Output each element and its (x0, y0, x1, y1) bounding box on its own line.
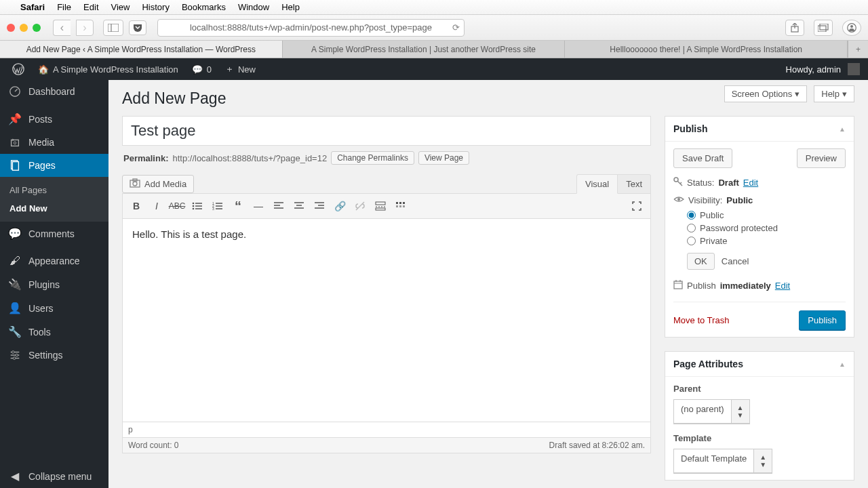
add-media-button[interactable]: Add Media (122, 175, 194, 193)
new-tab-button[interactable]: + (848, 41, 868, 58)
visibility-private-option[interactable]: Private (687, 235, 846, 247)
parent-label: Parent (673, 384, 846, 394)
share-button[interactable] (785, 20, 804, 36)
post-title-input[interactable] (122, 116, 651, 146)
align-right-button[interactable] (310, 197, 329, 216)
view-page-button[interactable]: View Page (418, 151, 469, 165)
menu-file[interactable]: File (57, 2, 71, 12)
numbered-list-button[interactable]: 123 (208, 197, 227, 216)
move-to-trash-link[interactable]: Move to Trash (673, 315, 729, 325)
svg-rect-52 (396, 205, 398, 207)
sidebar-toggle-button[interactable] (103, 20, 123, 36)
page-attributes-metabox: Page Attributes ▲ Parent (no parent) ▲▼ … (665, 351, 854, 481)
template-select[interactable]: Default Template ▲▼ (673, 449, 772, 473)
svg-line-10 (15, 89, 18, 92)
unlink-button[interactable] (351, 197, 370, 216)
menu-bookmarks[interactable]: Bookmarks (182, 2, 226, 12)
sidebar-item-media[interactable]: Media (0, 131, 108, 154)
save-draft-button[interactable]: Save Draft (673, 148, 732, 168)
sidebar-item-comments[interactable]: 💬 Comments (0, 222, 108, 245)
editor-tab-visual[interactable]: Visual (576, 174, 618, 194)
submenu-all-pages[interactable]: All Pages (0, 181, 108, 199)
new-content-menu[interactable]: ＋ New (218, 58, 262, 80)
sidebar-item-settings[interactable]: Settings (0, 344, 108, 367)
menu-window[interactable]: Window (238, 2, 269, 12)
editor-tab-text[interactable]: Text (618, 174, 651, 194)
wp-content: Screen Options ▾ Help ▾ Add New Page Per… (108, 80, 868, 488)
browser-tab-1[interactable]: A Simple WordPress Installation | Just a… (283, 41, 566, 58)
sliders-icon (8, 349, 22, 361)
align-center-button[interactable] (290, 197, 309, 216)
menu-edit[interactable]: Edit (83, 2, 98, 12)
svg-rect-51 (403, 202, 405, 204)
read-more-button[interactable] (371, 197, 390, 216)
menu-help[interactable]: Help (281, 2, 300, 12)
sidebar-item-posts[interactable]: 📌 Posts (0, 107, 108, 131)
maximize-window-button[interactable] (33, 24, 41, 32)
sidebar-item-appearance[interactable]: 🖌 Appearance (0, 249, 108, 272)
svg-line-45 (356, 202, 364, 210)
svg-rect-50 (399, 202, 401, 204)
sidebar-item-pages[interactable]: Pages (0, 154, 108, 177)
sidebar-item-dashboard[interactable]: Dashboard (0, 80, 108, 103)
site-name-label: A Simple WordPress Installation (53, 64, 178, 75)
svg-rect-11 (12, 140, 19, 146)
metabox-toggle-icon[interactable]: ▲ (839, 361, 846, 368)
blockquote-button[interactable]: “ (229, 197, 248, 216)
preview-button[interactable]: Preview (797, 148, 846, 168)
change-permalinks-button[interactable]: Change Permalinks (331, 151, 414, 165)
close-window-button[interactable] (7, 24, 15, 32)
editor-body[interactable]: Hello. This is a test page. (122, 219, 651, 422)
edit-schedule-link[interactable]: Edit (775, 281, 790, 291)
menu-history[interactable]: History (142, 2, 169, 12)
browser-tab-2[interactable]: Helllooooooo there! | A Simple WordPress… (565, 41, 848, 58)
align-left-button[interactable] (269, 197, 288, 216)
back-button[interactable]: ‹ (53, 20, 71, 36)
account-button[interactable] (842, 20, 861, 36)
app-menu[interactable]: Safari (20, 2, 45, 12)
visibility-value: Public (726, 195, 753, 205)
svg-rect-48 (376, 208, 385, 210)
italic-button[interactable]: I (147, 197, 166, 216)
editor-content-text: Hello. This is a test page. (132, 228, 641, 240)
wp-logo-menu[interactable] (5, 58, 31, 80)
tabs-button[interactable] (814, 20, 833, 36)
bold-button[interactable]: B (127, 197, 146, 216)
link-button[interactable]: 🔗 (330, 197, 349, 216)
help-button[interactable]: Help ▾ (814, 85, 854, 102)
site-name-menu[interactable]: 🏠 A Simple WordPress Installation (31, 58, 185, 80)
svg-point-18 (12, 351, 15, 354)
sidebar-item-tools[interactable]: 🔧 Tools (0, 320, 108, 344)
visibility-ok-button[interactable]: OK (687, 253, 715, 270)
sidebar-item-plugins[interactable]: 🔌 Plugins (0, 272, 108, 296)
minimize-window-button[interactable] (20, 24, 28, 32)
visibility-public-option[interactable]: Public (687, 209, 846, 222)
edit-status-link[interactable]: Edit (743, 178, 758, 188)
forward-button[interactable]: › (76, 20, 94, 36)
visibility-cancel-link[interactable]: Cancel (722, 256, 749, 266)
bullet-list-button[interactable] (188, 197, 207, 216)
publish-button[interactable]: Publish (799, 310, 846, 330)
reload-icon[interactable]: ⟳ (452, 22, 460, 33)
visibility-password-option[interactable]: Password protected (687, 222, 846, 235)
fullscreen-button[interactable] (627, 197, 646, 216)
reading-list-button[interactable] (129, 20, 146, 35)
sidebar-item-label: Appearance (28, 256, 80, 266)
metabox-toggle-icon[interactable]: ▲ (839, 125, 846, 133)
visibility-options: Public Password protected Private OK Can… (673, 209, 846, 270)
svg-point-58 (677, 198, 680, 201)
address-bar[interactable]: localhost:8888/tuts+/wp-admin/post-new.p… (157, 19, 465, 37)
collapse-menu-button[interactable]: ◀ Collapse menu (0, 464, 108, 488)
strikethrough-button[interactable]: ABC (167, 197, 186, 216)
menu-view[interactable]: View (111, 2, 130, 12)
account-menu[interactable]: Howdy, admin (786, 63, 863, 75)
submenu-add-new[interactable]: Add New (0, 199, 108, 218)
parent-select[interactable]: (no parent) ▲▼ (673, 399, 750, 424)
screen-options-button[interactable]: Screen Options ▾ (724, 85, 808, 102)
browser-tab-0[interactable]: Add New Page ‹ A Simple WordPress Instal… (0, 41, 283, 58)
comments-menu[interactable]: 💬 0 (185, 58, 218, 80)
hr-button[interactable]: — (249, 197, 268, 216)
sidebar-item-users[interactable]: 👤 Users (0, 296, 108, 320)
svg-rect-54 (403, 205, 405, 207)
toolbar-toggle-button[interactable] (391, 197, 410, 216)
